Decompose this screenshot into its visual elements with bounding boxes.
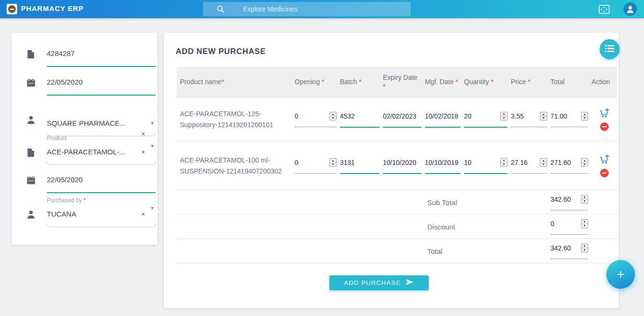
invoice-date-value[interactable]: 22/05/2020 xyxy=(47,76,156,88)
purchase-number-value[interactable]: 4284287 xyxy=(47,48,156,59)
subtotal-row: Sub Total 342.60 ▲▼ xyxy=(177,190,617,215)
add-new-purchase-panel: ADD NEW PURCHASE Product name * Opening … xyxy=(164,33,619,308)
expiry-date-input[interactable]: 02/02/2023 xyxy=(380,98,422,141)
col-action: Action xyxy=(588,67,617,97)
discount-label: Discount xyxy=(422,215,507,239)
bullet-list-icon xyxy=(605,44,614,54)
opening-input[interactable]: 0 ▲▼ xyxy=(291,142,337,190)
product-value[interactable]: ACE-PARACETAMOL-... xyxy=(47,146,156,158)
purchase-number-field[interactable]: 4284287 xyxy=(26,48,156,67)
price-input[interactable]: 27.16 ▲▼ xyxy=(507,142,547,190)
action-cell xyxy=(588,98,617,141)
purchased-by-label: Purchased by * xyxy=(47,197,156,205)
supplier-select[interactable]: ▾ SQUARE PHARMACE... × xyxy=(26,107,156,136)
plus-icon: + xyxy=(617,267,624,282)
number-spinner[interactable]: ▲▼ xyxy=(581,158,588,167)
number-spinner[interactable]: ▲▼ xyxy=(581,195,588,204)
user-avatar[interactable] xyxy=(623,2,637,16)
app-logo xyxy=(7,4,17,14)
purchase-list-button[interactable] xyxy=(600,39,620,59)
product-name-cell: ACE-PARACETAMOL-125-Suppository-12141920… xyxy=(177,98,291,141)
purchased-by-select[interactable]: Purchased by * ▾ TUCANA × xyxy=(26,197,156,227)
chevron-down-icon[interactable]: ▾ xyxy=(151,206,154,210)
grand-total-row: Total 342.60 ▲▼ xyxy=(177,239,617,263)
total-input[interactable]: 71.00 ▲▼ xyxy=(547,98,588,141)
add-purchase-button[interactable]: ADD PURCHASE xyxy=(329,275,429,290)
search-icon xyxy=(216,5,225,13)
person-icon xyxy=(26,209,38,220)
calendar-icon xyxy=(26,175,38,185)
number-spinner[interactable]: ▲▼ xyxy=(329,158,337,167)
app-title: PHARMACY ERP xyxy=(21,4,84,12)
number-spinner[interactable]: ▲▼ xyxy=(581,244,588,252)
expiry-date-input[interactable]: 10/10/2020 xyxy=(380,142,422,190)
batch-input[interactable]: 3131 xyxy=(337,142,380,190)
send-icon xyxy=(405,279,414,287)
number-spinner[interactable]: ▲▼ xyxy=(581,112,588,120)
number-spinner[interactable]: ▲▼ xyxy=(540,112,547,120)
col-total: Total xyxy=(547,67,588,97)
table-row: ACE-PARACETAMOL-125-Suppository-12141920… xyxy=(177,98,617,142)
action-cell xyxy=(588,142,617,190)
number-spinner[interactable]: ▲▼ xyxy=(581,219,588,228)
search-bar[interactable] xyxy=(203,2,411,16)
purchased-by-value[interactable]: TUCANA xyxy=(47,208,156,220)
product-name-cell: ACE-PARACETAMOL-100 ml-SUSPENSION-121419… xyxy=(177,142,291,190)
clear-icon[interactable]: × xyxy=(141,210,145,218)
number-spinner[interactable]: ▲▼ xyxy=(329,112,337,120)
select-underline xyxy=(47,162,156,165)
chevron-down-icon[interactable]: ▾ xyxy=(151,120,154,125)
table-header-row: Product name * Opening * Batch * Expiry … xyxy=(177,67,617,98)
mgf-date-input[interactable]: 10/02/2018 xyxy=(422,98,461,141)
grand-total-input[interactable]: 342.60 ▲▼ xyxy=(547,239,588,263)
discount-row: Discount 0 ▲▼ xyxy=(177,215,617,239)
total-input[interactable]: 271.60 ▲▼ xyxy=(547,142,588,190)
batch-input[interactable]: 4532 xyxy=(337,98,380,141)
invoice-date-field[interactable]: 22/05/2020 xyxy=(26,76,156,96)
fullscreen-icon[interactable] xyxy=(599,5,610,16)
clear-icon[interactable]: × xyxy=(141,148,145,156)
subtotal-input[interactable]: 342.60 ▲▼ xyxy=(547,190,588,214)
purchase-table: Product name * Opening * Batch * Expiry … xyxy=(177,67,617,263)
document-icon xyxy=(26,147,38,158)
chevron-down-icon[interactable]: ▾ xyxy=(151,143,154,148)
table-row: ACE-PARACETAMOL-100 ml-SUSPENSION-121419… xyxy=(177,142,617,190)
search-input[interactable] xyxy=(243,5,386,13)
purchase-date-value[interactable]: 22/05/2020 xyxy=(47,174,156,185)
col-expiry-date: Expiry Date * xyxy=(380,67,422,97)
product-select[interactable]: Product ▾ ACE-PARACETAMOL-... × xyxy=(26,135,156,165)
discount-input[interactable]: 0 ▲▼ xyxy=(547,215,588,239)
add-to-cart-icon[interactable] xyxy=(599,108,610,120)
price-input[interactable]: 3.55 ▲▼ xyxy=(507,98,547,141)
mgf-date-input[interactable]: 10/10/2019 xyxy=(422,142,461,190)
supplier-value[interactable]: SQUARE PHARMACE... xyxy=(47,118,156,129)
quantity-input[interactable]: 20 ▲▼ xyxy=(461,98,507,141)
input-underline xyxy=(47,192,156,193)
col-price: Price * xyxy=(507,67,547,97)
add-to-cart-icon[interactable] xyxy=(599,154,610,166)
col-product-name: Product name * xyxy=(177,67,291,97)
add-row-fab[interactable]: + xyxy=(606,260,635,289)
subtotal-label: Sub Total xyxy=(422,190,507,214)
number-spinner[interactable]: ▲▼ xyxy=(540,158,547,167)
product-label: Product xyxy=(47,135,156,142)
opening-input[interactable]: 0 ▲▼ xyxy=(291,98,337,141)
col-batch: Batch * xyxy=(337,67,380,97)
col-mgf-date: Mgf. Date * xyxy=(422,67,461,97)
page-title: ADD NEW PURCHASE xyxy=(176,47,266,56)
number-spinner[interactable]: ▲▼ xyxy=(500,158,507,167)
input-underline xyxy=(47,95,156,96)
select-underline xyxy=(47,224,156,227)
remove-row-icon[interactable] xyxy=(600,122,609,131)
remove-row-icon[interactable] xyxy=(600,169,609,177)
input-underline xyxy=(47,66,156,67)
grand-total-label: Total xyxy=(422,239,507,263)
col-quantity: Quantity * xyxy=(461,67,507,97)
required-mark: * xyxy=(84,197,86,204)
person-icon xyxy=(26,115,38,125)
purchase-date-field[interactable]: 22/05/2020 xyxy=(26,174,156,193)
calendar-icon xyxy=(26,77,38,88)
number-spinner[interactable]: ▲▼ xyxy=(500,112,507,120)
purchase-info-panel: 4284287 22/05/2020 ▾ SQUARE PHARMACE... … xyxy=(11,33,158,245)
quantity-input[interactable]: 10 ▲▼ xyxy=(461,142,507,190)
